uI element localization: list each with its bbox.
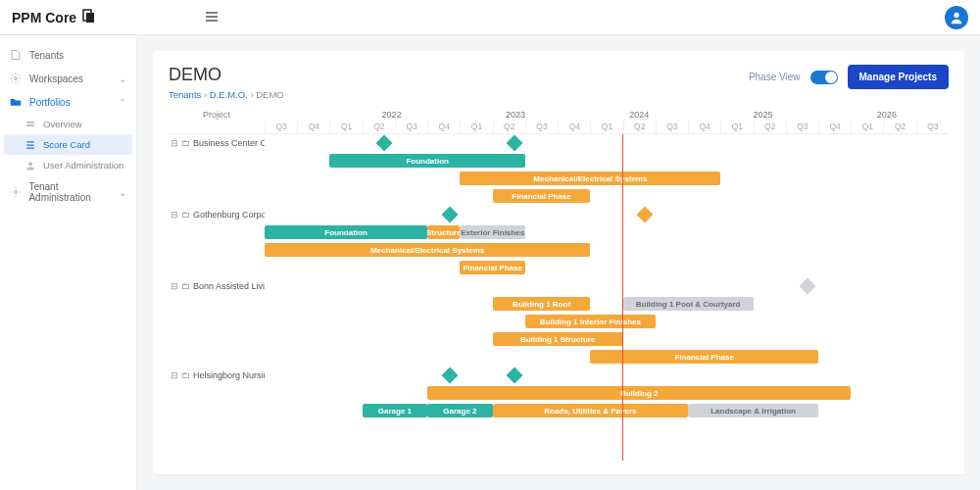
app-name: PPM Core <box>12 10 76 25</box>
sidebar-item-tenantadmin[interactable]: Tenant Administration ⌄ <box>0 175 136 209</box>
expand-icon[interactable]: ⊟ <box>171 370 178 380</box>
svg-point-6 <box>28 162 32 166</box>
breadcrumb-demo-org[interactable]: D.E.M.O. <box>210 89 248 100</box>
project-column-header: Project <box>169 110 265 133</box>
folder-icon: 🗀 <box>181 281 190 291</box>
sidebar-item-label: User Administration <box>43 160 123 171</box>
milestone-diamond[interactable] <box>637 207 654 223</box>
sidebar-item-label: Tenant Administration <box>28 181 119 203</box>
project-row-label[interactable]: ⊟🗀Gothenburg Corporat... <box>169 206 265 223</box>
page-title: DEMO <box>169 65 284 85</box>
project-row-label[interactable]: ⊟🗀Helsingborg Nursing ... <box>169 367 265 384</box>
sidebar-item-label: Workspaces <box>29 74 83 84</box>
today-line <box>622 134 623 461</box>
milestone-diamond[interactable] <box>441 368 458 384</box>
gantt-bar[interactable]: Foundation <box>265 225 427 239</box>
folder-icon <box>10 96 24 108</box>
gear-icon <box>10 73 24 84</box>
gantt-bar[interactable]: Building 1 Structure <box>493 332 623 346</box>
breadcrumb-tenants[interactable]: Tenants <box>169 89 201 100</box>
sidebar-item-portfolios[interactable]: Portfolios ⌃ <box>0 90 136 114</box>
sidebar: Tenants Workspaces ⌄ Portfolios ⌃ Overvi… <box>0 35 137 490</box>
timeline-years: 20222023202420252026 <box>265 110 949 120</box>
svg-rect-5 <box>26 124 34 126</box>
gantt-bar[interactable]: Garage 1 <box>363 404 427 417</box>
logo-icon <box>80 8 96 26</box>
milestone-diamond[interactable] <box>376 135 393 152</box>
gantt-bar[interactable]: Garage 2 <box>427 404 492 417</box>
milestone-diamond[interactable] <box>800 278 816 295</box>
expand-icon[interactable]: ⊟ <box>171 210 178 220</box>
gantt-bar[interactable]: Financial Phase <box>460 261 524 274</box>
expand-icon[interactable]: ⊟ <box>171 281 178 291</box>
expand-icon[interactable]: ⊟ <box>171 138 178 148</box>
gantt-bar[interactable]: Financial Phase <box>493 189 591 203</box>
svg-rect-1 <box>86 13 94 23</box>
sidebar-item-label: Tenants <box>29 50 64 61</box>
project-row-label[interactable]: ⊟🗀Business Center Offic... <box>169 134 265 152</box>
sidebar-item-tenants[interactable]: Tenants <box>0 43 136 67</box>
timeline-quarters: Q3Q4Q1Q2Q3Q4Q1Q2Q3Q4Q1Q2Q3Q4Q1Q2Q3Q4Q1Q2… <box>265 120 949 133</box>
project-row-label[interactable]: ⊟🗀Bonn Assisted Living ... <box>169 277 265 295</box>
sidebar-item-label: Portfolios <box>29 97 71 108</box>
svg-rect-4 <box>26 121 34 122</box>
breadcrumb: Tenants › D.E.M.O. › DEMO <box>169 89 284 100</box>
chevron-down-icon: ⌄ <box>119 74 126 84</box>
sidebar-item-workspaces[interactable]: Workspaces ⌄ <box>0 67 136 90</box>
app-header: PPM Core <box>0 0 980 35</box>
gantt-bar[interactable]: Financial Phase <box>590 350 818 364</box>
breadcrumb-current: DEMO <box>256 89 284 100</box>
svg-point-2 <box>954 12 958 17</box>
svg-point-7 <box>15 191 18 194</box>
manage-projects-button[interactable]: Manage Projects <box>848 65 949 89</box>
gantt-body[interactable]: ⊟🗀Business Center Offic...FoundationMech… <box>169 134 949 461</box>
gantt-bar[interactable]: Roads, Utilities & Pavers <box>493 404 688 417</box>
gantt-bar[interactable]: Landscape & Irrigation <box>688 404 818 417</box>
app-logo: PPM Core <box>12 8 96 26</box>
gantt-bar[interactable]: Building 2 <box>427 386 851 400</box>
main-content: DEMO Tenants › D.E.M.O. › DEMO Phase Vie… <box>137 35 980 490</box>
sidebar-subitem-useradmin[interactable]: User Administration <box>0 155 136 175</box>
gantt-bar[interactable]: Building 1 Interior Finishes <box>525 315 656 328</box>
sidebar-item-label: Score Card <box>43 139 90 150</box>
folder-icon: 🗀 <box>181 210 190 220</box>
file-icon <box>10 49 24 61</box>
gantt-bar[interactable]: Exterior Finishes <box>460 225 524 239</box>
gantt-bar[interactable]: Mechanical/Electrical Systems <box>265 243 590 257</box>
sidebar-item-label: Overview <box>43 119 82 129</box>
gear-icon <box>10 186 23 198</box>
svg-point-3 <box>15 77 18 80</box>
panel: DEMO Tenants › D.E.M.O. › DEMO Phase Vie… <box>153 51 964 474</box>
gantt-bar[interactable]: Building 1 Roof <box>493 297 591 311</box>
chevron-up-icon: ⌃ <box>119 97 126 108</box>
milestone-diamond[interactable] <box>507 368 523 384</box>
gantt-chart: Project 20222023202420252026 Q3Q4Q1Q2Q3Q… <box>169 110 949 461</box>
menu-toggle-icon[interactable] <box>204 9 220 26</box>
phase-view-label: Phase View <box>749 72 801 82</box>
folder-icon: 🗀 <box>181 370 190 380</box>
gantt-bar[interactable]: Structure <box>427 225 460 239</box>
layers-icon <box>25 120 37 129</box>
gantt-bar[interactable]: Mechanical/Electrical Systems <box>460 172 720 185</box>
avatar[interactable] <box>945 6 968 29</box>
milestone-diamond[interactable] <box>441 207 458 223</box>
gantt-bar[interactable]: Foundation <box>329 154 524 168</box>
user-icon <box>25 161 37 171</box>
sidebar-subitem-overview[interactable]: Overview <box>0 114 136 134</box>
milestone-diamond[interactable] <box>507 135 523 152</box>
sidebar-subitem-scorecard[interactable]: Score Card <box>4 134 132 155</box>
phase-view-toggle[interactable] <box>810 71 838 84</box>
folder-icon: 🗀 <box>181 138 190 148</box>
gantt-bar[interactable]: Building 1 Pool & Courtyard <box>623 297 754 311</box>
chevron-down-icon: ⌄ <box>119 187 126 198</box>
list-icon <box>25 140 37 150</box>
